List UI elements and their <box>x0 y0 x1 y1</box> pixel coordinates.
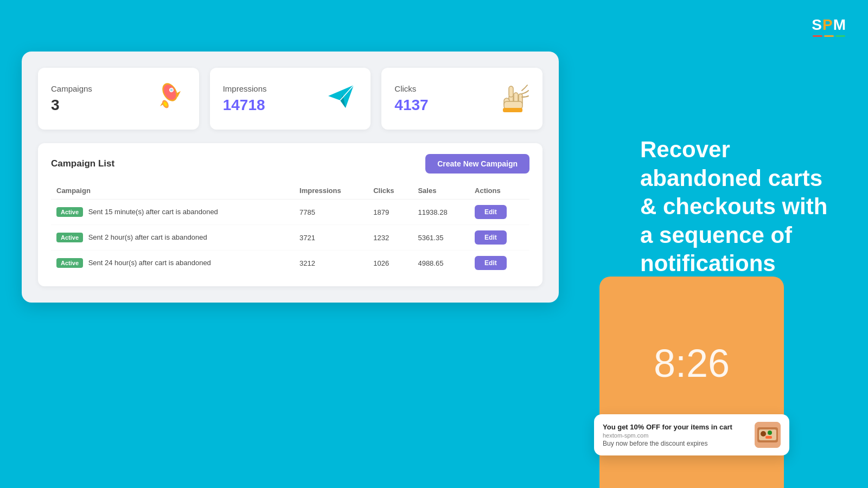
notification-title: You get 10% OFF for your items in cart <box>603 423 748 431</box>
clicks-label: Clicks <box>394 84 428 93</box>
table-row: Active Sent 2 hour(s) after cart is aban… <box>51 225 529 251</box>
notification-popup: You get 10% OFF for your items in cart h… <box>594 414 789 455</box>
svg-rect-17 <box>503 108 522 112</box>
impressions-cell-1: 3721 <box>294 225 368 251</box>
svg-point-22 <box>768 431 772 435</box>
active-badge-0: Active <box>56 207 83 217</box>
table-row: Active Sent 24 hour(s) after cart is aba… <box>51 251 529 276</box>
campaign-desc-0: Sent 15 minute(s) after cart is abandone… <box>88 208 218 216</box>
col-campaign: Campaign <box>51 182 294 200</box>
table-header-row: Campaign Impressions Clicks Sales Action… <box>51 182 529 200</box>
svg-point-21 <box>761 431 766 436</box>
edit-button-2[interactable]: Edit <box>475 256 507 270</box>
svg-rect-15 <box>504 101 522 109</box>
hero-headline: Recover abandoned carts & checkouts with… <box>640 136 835 278</box>
impressions-cell-2: 3212 <box>294 251 368 276</box>
svg-marker-8 <box>328 85 354 108</box>
notification-description: Buy now before the discount expires <box>603 440 748 447</box>
notification-domain: hextom-spm.com <box>603 432 748 439</box>
clicks-stat-info: Clicks 4137 <box>394 84 428 114</box>
rocket-icon <box>154 80 186 117</box>
campaigns-stat-card: Campaigns 3 <box>38 68 199 130</box>
clicks-cell-0: 1879 <box>368 200 412 225</box>
clicks-value: 4137 <box>394 97 428 114</box>
campaigns-stat-info: Campaigns 3 <box>51 84 92 114</box>
sales-cell-0: 11938.28 <box>412 200 469 225</box>
svg-rect-23 <box>765 436 772 439</box>
active-badge-1: Active <box>56 233 83 242</box>
campaign-list-section: Campaign List Create New Campaign Campai… <box>38 143 542 286</box>
campaign-cell-2: Active Sent 24 hour(s) after cart is aba… <box>51 251 294 276</box>
campaign-desc-2: Sent 24 hour(s) after cart is abandoned <box>88 259 211 267</box>
table-row: Active Sent 15 minute(s) after cart is a… <box>51 200 529 225</box>
spm-logo: SPM <box>812 16 846 37</box>
hero-text: Recover abandoned carts & checkouts with… <box>640 136 835 278</box>
campaign-list-header: Campaign List Create New Campaign <box>51 154 529 174</box>
svg-rect-16 <box>509 86 513 97</box>
actions-cell-0[interactable]: Edit <box>469 200 529 225</box>
edit-button-0[interactable]: Edit <box>475 205 507 219</box>
col-clicks: Clicks <box>368 182 412 200</box>
paper-plane-icon <box>324 80 358 118</box>
phone-bottom <box>599 450 784 488</box>
edit-button-1[interactable]: Edit <box>475 230 507 245</box>
cursor-click-icon <box>498 80 529 118</box>
notification-image <box>755 422 781 448</box>
campaign-cell-0: Active Sent 15 minute(s) after cart is a… <box>51 200 294 225</box>
impressions-value: 14718 <box>223 97 267 114</box>
campaigns-label: Campaigns <box>51 84 92 93</box>
actions-cell-1[interactable]: Edit <box>469 225 529 251</box>
clicks-cell-2: 1026 <box>368 251 412 276</box>
campaign-list-title: Campaign List <box>51 158 114 169</box>
clicks-cell-1: 1232 <box>368 225 412 251</box>
campaign-table: Campaign Impressions Clicks Sales Action… <box>51 182 529 275</box>
dashboard-card: Campaigns 3 <box>22 52 559 303</box>
impressions-cell-0: 7785 <box>294 200 368 225</box>
active-badge-2: Active <box>56 258 83 268</box>
clicks-stat-card: Clicks 4137 <box>381 68 542 130</box>
col-impressions: Impressions <box>294 182 368 200</box>
campaigns-value: 3 <box>51 97 92 114</box>
stats-row: Campaigns 3 <box>38 68 542 130</box>
actions-cell-2[interactable]: Edit <box>469 251 529 276</box>
phone-time: 8:26 <box>654 341 730 386</box>
notification-text-area: You get 10% OFF for your items in cart h… <box>603 423 748 447</box>
impressions-stat-card: Impressions 14718 <box>210 68 371 130</box>
phone-screen: 8:26 You get 10% OFF for your items in c… <box>599 277 784 450</box>
create-campaign-button[interactable]: Create New Campaign <box>425 154 529 174</box>
col-actions: Actions <box>469 182 529 200</box>
impressions-stat-info: Impressions 14718 <box>223 84 267 114</box>
sales-cell-2: 4988.65 <box>412 251 469 276</box>
sales-cell-1: 5361.35 <box>412 225 469 251</box>
campaign-desc-1: Sent 2 hour(s) after cart is abandoned <box>88 233 207 241</box>
col-sales: Sales <box>412 182 469 200</box>
impressions-label: Impressions <box>223 84 267 93</box>
campaign-cell-1: Active Sent 2 hour(s) after cart is aban… <box>51 225 294 251</box>
phone-mockup: 8:26 You get 10% OFF for your items in c… <box>599 277 784 488</box>
